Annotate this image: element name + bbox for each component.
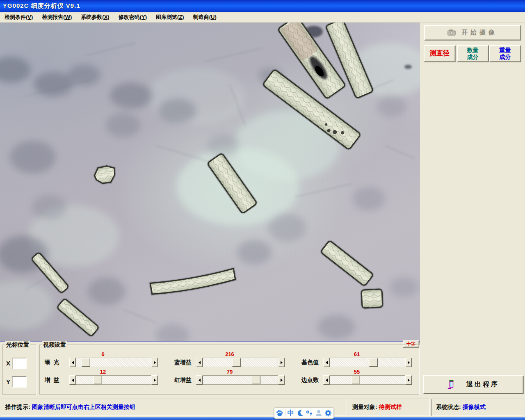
- weight-composition-button[interactable]: 重量 成分: [489, 45, 521, 62]
- menu-bar: 检测条件(V)检测报告(W)系统参数(X)修改密码(Y)图库浏览(Z)制造商(U…: [0, 12, 525, 23]
- slider-left-arrow[interactable]: [323, 358, 330, 367]
- slider-track[interactable]: [203, 358, 278, 367]
- slider-thumb[interactable]: [352, 376, 360, 384]
- window-title: YG002C 细度分析仪 V9.1: [0, 2, 80, 10]
- slider-value-gain: 12: [100, 369, 106, 375]
- slider-thumb[interactable]: [252, 376, 260, 384]
- right-arrow-icon: [281, 379, 284, 382]
- cursor-position-group: 光标位置 X Y: [2, 345, 36, 395]
- slider-right-arrow[interactable]: [278, 375, 285, 385]
- slider-right-arrow[interactable]: [405, 375, 412, 385]
- slider-label-red-gain: 红增益: [174, 377, 192, 384]
- slider-thumb[interactable]: [369, 358, 378, 367]
- count-composition-button[interactable]: 数量 成分: [457, 45, 488, 62]
- slider-right-arrow[interactable]: [278, 358, 285, 367]
- right-arrow-icon: [408, 379, 411, 382]
- slider-label-exposure: 曝 光: [45, 359, 59, 366]
- slider-label-base-color: 基色值: [301, 359, 319, 366]
- slider-track[interactable]: [76, 375, 151, 385]
- slider-track[interactable]: [330, 358, 405, 367]
- slider-left-arrow[interactable]: [323, 375, 330, 385]
- slider-exposure[interactable]: [69, 358, 158, 367]
- slider-thumb[interactable]: [232, 358, 241, 367]
- start-capture-button[interactable]: 开始摄像: [424, 25, 521, 40]
- slider-track[interactable]: [330, 375, 405, 385]
- taskbar-edge: [0, 417, 525, 420]
- chinese-mode-label: 中: [288, 409, 294, 418]
- slider-gain[interactable]: [69, 375, 158, 385]
- tip-text: 图象清晰后即可点击右上区相关测量按钮: [32, 404, 135, 411]
- slider-base-color[interactable]: [323, 358, 412, 367]
- microscope-photo: [0, 23, 420, 341]
- exit-program-button[interactable]: 退出程序: [423, 375, 523, 394]
- ime-separator: [285, 409, 285, 417]
- target-label: 测量对象:: [352, 404, 377, 411]
- menu-item-detection-conditions[interactable]: 检测条件(V): [1, 12, 38, 22]
- cursor-position-title: 光标位置: [5, 341, 30, 349]
- window-titlebar: YG002C 细度分析仪 V9.1: [0, 0, 525, 12]
- menu-item-change-password[interactable]: 修改密码(Y): [115, 12, 152, 22]
- moon-icon[interactable]: [296, 409, 304, 417]
- menu-item-detection-report[interactable]: 检测报告(W): [38, 12, 77, 22]
- status-target-section: 测量对象: 待测试样: [348, 399, 430, 416]
- slider-edge-points[interactable]: [323, 375, 412, 385]
- right-arrow-icon: [408, 361, 411, 364]
- fiber-bottom-left: [57, 298, 99, 337]
- slider-red-gain[interactable]: [196, 375, 285, 385]
- menu-item-gallery-browse[interactable]: 图库浏览(Z): [152, 12, 189, 22]
- right-arrow-icon: [154, 379, 158, 382]
- slider-right-arrow[interactable]: [151, 375, 158, 385]
- exit-door-icon: [447, 380, 456, 389]
- fiber-right: [320, 240, 373, 286]
- count-composition-line2: 成分: [467, 54, 479, 60]
- chinese-mode-icon[interactable]: 中: [287, 409, 295, 417]
- weight-composition-line2: 成分: [500, 54, 511, 60]
- slider-left-arrow[interactable]: [69, 375, 76, 385]
- slider-track[interactable]: [76, 358, 151, 367]
- slider-track[interactable]: [203, 375, 278, 385]
- state-label: 系统状态:: [436, 404, 461, 411]
- slider-left-arrow[interactable]: [196, 358, 203, 367]
- cursor-y-input[interactable]: [12, 376, 27, 388]
- x-axis-label: X: [6, 360, 10, 367]
- tip-label: 操作提示:: [5, 404, 30, 411]
- slider-left-arrow[interactable]: [69, 358, 76, 367]
- slider-right-arrow[interactable]: [405, 358, 412, 367]
- state-value: 摄像模式: [463, 404, 486, 411]
- ime-toolbar: 中: [274, 407, 334, 419]
- menu-item-system-parameters[interactable]: 系统参数(X): [77, 12, 114, 22]
- measure-diameter-label: 测直径: [430, 50, 450, 57]
- slider-label-blue-gain: 蓝增益: [174, 359, 192, 366]
- target-value: 待测试样: [379, 404, 402, 411]
- camera-icon: [447, 30, 456, 36]
- gear-icon[interactable]: [324, 409, 332, 417]
- slider-right-arrow[interactable]: [151, 358, 158, 367]
- slider-left-arrow[interactable]: [196, 375, 203, 385]
- slider-value-exposure: 6: [101, 351, 104, 357]
- user-icon[interactable]: [315, 409, 323, 417]
- slider-thumb[interactable]: [94, 376, 102, 384]
- baidu-paw-icon[interactable]: [276, 409, 284, 417]
- measure-diameter-button[interactable]: 测直径: [424, 45, 455, 62]
- app-window: YG002C 细度分析仪 V9.1 检测条件(V)检测报告(W)系统参数(X)修…: [0, 0, 525, 420]
- left-arrow-icon: [70, 379, 74, 382]
- left-arrow-icon: [324, 379, 328, 382]
- slider-thumb[interactable]: [82, 358, 90, 367]
- status-state-section: 系统状态: 摄像模式: [431, 399, 524, 416]
- left-arrow-icon: [324, 361, 328, 364]
- slider-value-edge-points: 55: [354, 369, 360, 375]
- punctuation-icon[interactable]: [305, 409, 313, 417]
- menu-item-manufacturer[interactable]: 制造商(U): [189, 12, 222, 22]
- slider-value-base-color: 61: [354, 351, 360, 357]
- slider-blue-gain[interactable]: [196, 358, 285, 367]
- video-settings-group: 视频设置 曝 光6增 益12蓝增益216红增益79基色值61边点数55: [39, 345, 419, 395]
- slider-label-gain: 增 益: [45, 377, 59, 384]
- y-axis-label: Y: [6, 378, 10, 385]
- fragment-crumpled: [93, 164, 118, 186]
- fragment-square: [361, 289, 383, 308]
- cursor-x-input[interactable]: [12, 358, 27, 369]
- status-bar: 操作提示: 图象清晰后即可点击右上区相关测量按钮 测量对象: 待测试样 系统状态…: [0, 399, 525, 416]
- video-settings-title: 视频设置: [42, 341, 67, 349]
- slider-value-red-gain: 79: [227, 369, 233, 375]
- microscope-view[interactable]: [0, 23, 420, 342]
